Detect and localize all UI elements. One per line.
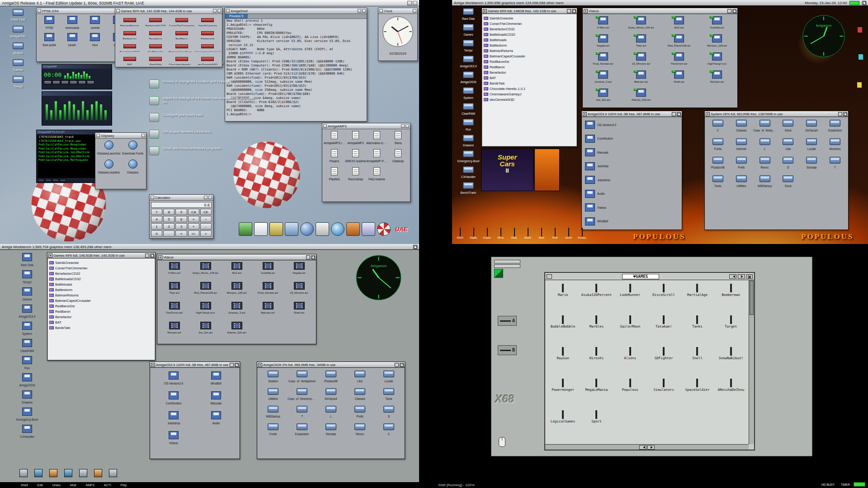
- video-file-icon[interactable]: Scary_Movie_144.avi: [622, 16, 660, 34]
- game-icon[interactable]: BatmanCapedCrusader: [169, 42, 195, 52]
- dock-item[interactable]: DigiBy: [467, 228, 480, 239]
- video-file-icon[interactable]: M12.avi: [221, 262, 252, 282]
- file-icon[interactable]: OdysseyLauncher: [97, 141, 121, 155]
- file-icon[interactable]: memcards: [61, 16, 84, 29]
- drawer-icon-item[interactable]: WBStartup: [753, 175, 777, 188]
- video-file-icon[interactable]: Red_Planet138.avi: [190, 282, 221, 302]
- video-file-icon[interactable]: Final_Fantasi.avi: [584, 52, 622, 70]
- desktop-icon[interactable]: Drawers: [454, 135, 483, 147]
- calculator-key[interactable]: 9: [175, 209, 187, 215]
- window-titlebar[interactable]: AmigaOS3.9 100% full, 0B free, 467.8MB i…: [582, 111, 682, 117]
- desktop-icon[interactable]: CXHandler: [13, 425, 42, 438]
- video-file-icon[interactable]: Atlantis_320.avi: [622, 89, 660, 107]
- file-icon[interactable]: Simulators: [647, 379, 680, 410]
- file-icon[interactable]: LogicalGames: [546, 410, 580, 442]
- eq-titlebar[interactable]: [42, 92, 112, 96]
- depth-gadget[interactable]: [843, 112, 847, 116]
- drawer-icon-item[interactable]: Fonts: [706, 138, 730, 150]
- file-icon[interactable]: MartialAge: [680, 284, 714, 315]
- drawer-icon-item[interactable]: Libs: [345, 371, 374, 383]
- file-icon[interactable]: Skins: [387, 131, 409, 145]
- video-file-icon[interactable]: Batman.avi: [622, 70, 660, 89]
- dock-item[interactable]: Corpler: [481, 228, 493, 239]
- list-item[interactable]: BardsTale: [49, 325, 153, 330]
- dock-icon[interactable]: [300, 222, 314, 236]
- rem-button[interactable]: [45, 179, 52, 182]
- drawer-icon-item[interactable]: C: [706, 120, 730, 132]
- calculator-key[interactable]: 0: [151, 230, 162, 237]
- window-titlebar[interactable]: Videos: [157, 254, 316, 260]
- list-item[interactable]: ConanTheCimmerian: [484, 21, 575, 26]
- close-button[interactable]: [746, 274, 753, 279]
- dock-item-label[interactable]: Mult: [70, 483, 76, 487]
- file-icon[interactable]: Plugins: [324, 149, 345, 163]
- file-icon[interactable]: DiscoScroll: [647, 284, 680, 315]
- desktop-icon[interactable]: Games: [454, 24, 483, 36]
- file-icon[interactable]: RayGun: [546, 347, 580, 379]
- dock-icon[interactable]: [79, 469, 87, 477]
- window-titlebar[interactable]: Videos: [583, 8, 737, 14]
- list-item[interactable]: BattletoadsCD32: [49, 276, 153, 282]
- depth-gadget[interactable]: [311, 255, 315, 259]
- depth-gadget[interactable]: [413, 9, 416, 13]
- file-icon[interactable]: Download Fonts: [121, 141, 145, 155]
- drawer-icon-item[interactable]: L: [316, 406, 345, 418]
- dock-icon[interactable]: [346, 222, 360, 236]
- calculator-key[interactable]: ×: [188, 216, 199, 222]
- video-file-icon[interactable]: Shaft.avi: [283, 302, 315, 322]
- video-file-icon[interactable]: M12.avi: [660, 16, 698, 34]
- list-item[interactable]: Battlestorm: [49, 287, 153, 292]
- zoom-gadget[interactable]: [401, 124, 405, 128]
- close-gadget[interactable]: [258, 363, 262, 367]
- game-icon[interactable]: RedBaronDe: [143, 42, 169, 52]
- dock-item[interactable]: Find!: [549, 228, 561, 239]
- video-file-icon[interactable]: Monster.avi: [159, 322, 190, 342]
- video-file-icon[interactable]: Red_Planet138.avi: [660, 34, 698, 52]
- screen-titlebar[interactable]: AmigaOS Release 4.1 - Final Edition Upda…: [0, 0, 419, 6]
- game-icon[interactable]: BatmanReturns: [117, 16, 143, 26]
- dock-icon[interactable]: [109, 469, 117, 477]
- desktop-icon[interactable]: Games: [4, 59, 33, 71]
- drawer-icon-item[interactable]: Prefs: [345, 406, 374, 418]
- dock-item[interactable]: MultiV: [522, 228, 534, 239]
- depth-gadget[interactable]: [400, 363, 404, 367]
- file-icon[interactable]: Tatakae!: [647, 315, 680, 347]
- desktop-icon[interactable]: CXHandler: [454, 166, 483, 178]
- file-icon[interactable]: Videos: [152, 431, 195, 445]
- zoom-gadget[interactable]: [358, 9, 361, 13]
- file-icon[interactable]: Asuka120Percent: [580, 284, 613, 315]
- list-item[interactable]: BatmanCapedCrusader: [484, 53, 575, 59]
- dock-icon[interactable]: [362, 222, 375, 236]
- depth-gadget[interactable]: [677, 112, 681, 116]
- file-icon[interactable]: LodeRunner: [613, 284, 647, 315]
- file-icon[interactable]: Mario: [546, 284, 580, 315]
- play-button[interactable]: [52, 80, 60, 84]
- desktop-icon[interactable]: Games: [13, 287, 42, 301]
- drawer-icon-item[interactable]: Devs: [776, 120, 800, 132]
- drawer-icon-item[interactable]: Copy_of_Amiganium: [288, 371, 316, 383]
- desktop-icon[interactable]: Amiga0541: [4, 26, 33, 38]
- video-file-icon[interactable]: Monster.avi: [698, 70, 736, 89]
- desktop-icon[interactable]: plugins: [4, 42, 33, 55]
- calculator-key[interactable]: «: [175, 230, 187, 237]
- calculator-key[interactable]: -: [200, 223, 212, 230]
- list-item[interactable]: BAT: [484, 75, 575, 80]
- calculator-key[interactable]: 1: [151, 223, 162, 230]
- dock-icon[interactable]: [34, 469, 42, 477]
- dock-icon[interactable]: [331, 222, 344, 236]
- scrollbar-thumb[interactable]: [750, 281, 754, 315]
- close-gadget[interactable]: [583, 112, 587, 116]
- drawer-icon-item[interactable]: Expansion: [288, 423, 316, 436]
- file-icon[interactable]: Manuals: [585, 146, 609, 159]
- file-icon[interactable]: Odyssey.readme: [97, 160, 121, 174]
- shell-tab[interactable]: Process 5: [225, 14, 248, 19]
- misc-button[interactable]: [60, 179, 66, 182]
- file-icon[interactable]: Sport: [580, 410, 613, 442]
- drawer-icon-item[interactable]: Expansion: [823, 120, 847, 132]
- zoom-gadget[interactable]: [395, 363, 399, 367]
- calculator-key[interactable]: 3: [175, 223, 187, 230]
- video-file-icon[interactable]: Negala.avi: [283, 262, 315, 282]
- calculator-key[interactable]: +: [188, 223, 199, 230]
- drawer-icon-item[interactable]: T: [823, 157, 847, 169]
- dock-icon[interactable]: [94, 469, 102, 477]
